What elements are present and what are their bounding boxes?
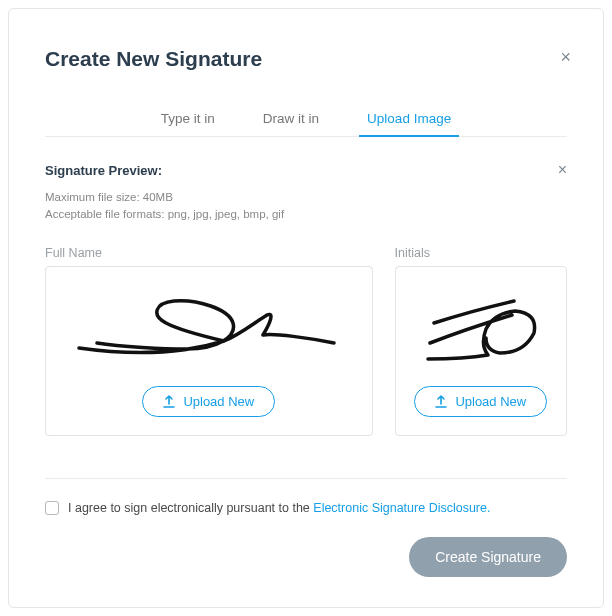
preview-header: Signature Preview: × (45, 161, 567, 179)
tabs: Type it in Draw it in Upload Image (45, 101, 567, 137)
initials-label: Initials (395, 246, 567, 260)
upload-fullname-label: Upload New (183, 394, 254, 409)
upload-fullname-button[interactable]: Upload New (142, 386, 275, 417)
hint-formats: Acceptable file formats: png, jpg, jpeg,… (45, 206, 567, 223)
upload-initials-label: Upload New (455, 394, 526, 409)
disclosure-link[interactable]: Electronic Signature Disclosure. (313, 501, 490, 515)
upload-row: Full Name Upload New Initials (45, 246, 567, 436)
fullname-signature-svg (69, 293, 349, 373)
tab-draw-it-in[interactable]: Draw it in (259, 101, 323, 136)
consent-checkbox[interactable] (45, 501, 59, 515)
fullname-label: Full Name (45, 246, 373, 260)
consent-row: I agree to sign electronically pursuant … (45, 501, 567, 515)
create-signature-button[interactable]: Create Signature (409, 537, 567, 577)
close-icon[interactable]: × (560, 47, 571, 68)
initials-column: Initials Upload New (395, 246, 567, 436)
signature-modal: Create New Signature × Type it in Draw i… (8, 8, 604, 608)
initials-signature-image (406, 281, 556, 386)
upload-icon (163, 395, 175, 408)
tab-type-it-in[interactable]: Type it in (157, 101, 219, 136)
preview-label: Signature Preview: (45, 163, 162, 178)
footer: I agree to sign electronically pursuant … (45, 478, 567, 577)
preview-hints: Maximum file size: 40MB Acceptable file … (45, 189, 567, 224)
tab-upload-image[interactable]: Upload Image (363, 101, 455, 136)
initials-box: Upload New (395, 266, 567, 436)
preview-close-icon[interactable]: × (558, 161, 567, 179)
consent-text: I agree to sign electronically pursuant … (68, 501, 490, 515)
upload-icon (435, 395, 447, 408)
fullname-box: Upload New (45, 266, 373, 436)
actions: Create Signature (45, 537, 567, 577)
initials-signature-svg (416, 293, 546, 373)
upload-initials-button[interactable]: Upload New (414, 386, 547, 417)
fullname-column: Full Name Upload New (45, 246, 373, 436)
modal-title: Create New Signature (45, 47, 567, 71)
fullname-signature-image (56, 281, 362, 386)
hint-max-size: Maximum file size: 40MB (45, 189, 567, 206)
consent-prefix: I agree to sign electronically pursuant … (68, 501, 313, 515)
